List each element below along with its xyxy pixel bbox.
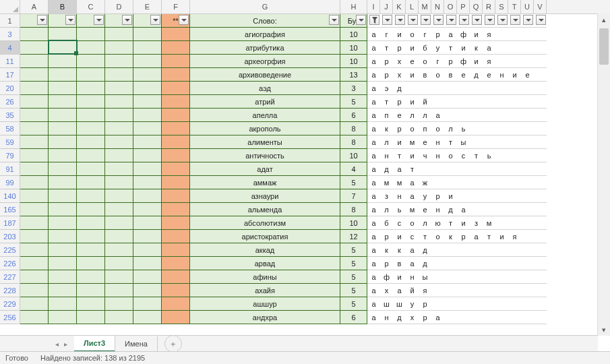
vertical-scrollbar[interactable]: ▴ ▾ [597,13,610,336]
cell-K[interactable]: и [393,28,406,41]
cell-G[interactable]: археогрфия [190,55,340,68]
cell-S[interactable] [495,55,508,68]
cell-U[interactable] [521,189,534,203]
cell-H[interactable]: 13 [340,68,367,82]
cell-D[interactable] [105,55,133,68]
cell-P[interactable]: ы [457,135,470,149]
cell-V[interactable] [534,176,547,189]
cell-J[interactable]: ш [380,297,393,311]
cell-R[interactable]: ь [483,149,495,162]
cell-U[interactable] [521,216,534,230]
cell-J[interactable]: л [380,135,393,149]
cell-B[interactable] [49,311,77,324]
cell-D[interactable] [105,243,133,257]
cell-G[interactable]: аристократия [190,230,340,243]
cell-N[interactable]: о [431,230,444,243]
cell-F[interactable] [162,297,190,311]
cell-C[interactable] [77,216,105,230]
cell-Q[interactable] [470,284,483,297]
row-header[interactable]: 229 [0,297,20,311]
cell-I[interactable]: а [367,135,380,149]
sheet-tab-active[interactable]: Лист3 [74,336,115,352]
cell-C[interactable] [77,203,105,216]
cell-V[interactable] [534,28,547,41]
cell-B[interactable] [49,176,77,189]
cell-C[interactable] [77,135,105,149]
cell-Q[interactable]: к [470,41,483,55]
cell-O[interactable] [444,109,457,122]
cell-A[interactable] [20,82,49,95]
sheet-tab-other[interactable]: Имена [115,336,158,351]
cell-I[interactable]: а [367,41,380,55]
cell-T[interactable] [508,203,521,216]
cell-L[interactable]: о [406,216,419,230]
cell-M[interactable]: д [419,257,431,270]
cell-S[interactable] [495,82,508,95]
cell-C[interactable] [77,82,105,95]
cell-L[interactable]: и [406,95,419,109]
cell-D[interactable] [105,257,133,270]
cell-F[interactable] [162,230,190,243]
cell-M[interactable]: е [419,203,431,216]
cell-L[interactable]: а [406,257,419,270]
cell-B[interactable] [49,41,77,55]
cell-E[interactable] [133,311,162,324]
cell-N[interactable]: у [431,41,444,55]
cell-U[interactable] [521,122,534,135]
cell-A[interactable] [20,243,49,257]
row-header[interactable]: 140 [0,189,20,203]
cell-R[interactable] [483,122,495,135]
cell-S[interactable] [495,28,508,41]
cell-F[interactable] [162,135,190,149]
cell-J[interactable]: з [380,189,393,203]
cell-T[interactable] [508,284,521,297]
row-header[interactable]: 226 [0,257,20,270]
cell-H[interactable]: 4 [340,162,367,176]
filter-button-T[interactable] [510,15,520,25]
cell-F[interactable] [162,55,190,68]
cell-K[interactable]: е [393,109,406,122]
cell-M[interactable]: у [419,189,431,203]
filter-button-I[interactable] [369,15,379,25]
cell-F[interactable] [162,149,190,162]
cell-R[interactable] [483,284,495,297]
cell-P[interactable]: и [457,216,470,230]
cell-N[interactable] [431,82,444,95]
col-header-U[interactable]: U [521,0,534,13]
cell-D[interactable] [105,41,133,55]
row-header[interactable]: 165 [0,203,20,216]
cell-V[interactable] [534,68,547,82]
cell-G[interactable]: аммаж [190,176,340,189]
cell-Q[interactable] [470,257,483,270]
cell-N[interactable]: н [431,135,444,149]
cell-O[interactable]: а [444,28,457,41]
cell-T[interactable] [508,297,521,311]
cell-E[interactable] [133,149,162,162]
cell-P[interactable]: ф [457,55,470,68]
cell-V[interactable] [534,149,547,162]
cell-U[interactable] [521,28,534,41]
cell-O[interactable] [444,257,457,270]
cell-V[interactable] [534,243,547,257]
col-header-E[interactable]: E [133,0,162,13]
col-header-A[interactable]: A [20,0,49,13]
cell-E[interactable] [133,55,162,68]
row-header[interactable]: 11 [0,55,20,68]
cell-D[interactable] [105,149,133,162]
row-header[interactable]: 3 [0,28,20,41]
cell-P[interactable] [457,297,470,311]
col-header-H[interactable]: H [340,0,367,13]
filter-button-N[interactable] [433,15,444,25]
cell-J[interactable]: л [380,203,393,216]
cell-V[interactable] [534,297,547,311]
cell-J[interactable]: р [380,68,393,82]
cell-T[interactable] [508,243,521,257]
cell-M[interactable]: ы [419,270,431,284]
cell-N[interactable]: р [431,28,444,41]
cell-A[interactable] [20,122,49,135]
scroll-up-button[interactable]: ▴ [598,13,610,26]
cell-F[interactable] [162,243,190,257]
col-header-O[interactable]: O [444,0,457,13]
cell-H[interactable]: 6 [340,311,367,324]
cell-I[interactable]: а [367,189,380,203]
